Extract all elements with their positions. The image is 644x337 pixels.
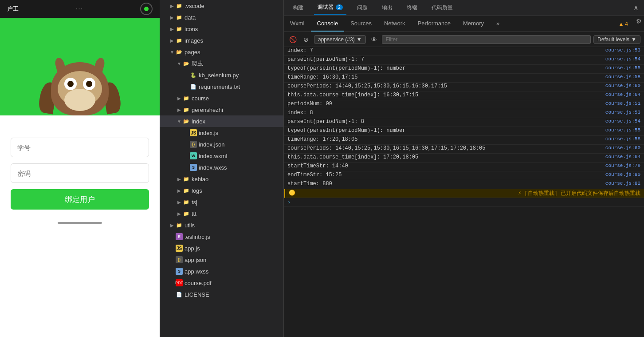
tree-item-ttt[interactable]: ▶ 📁 ttt [160, 208, 283, 219]
tree-item-spider[interactable]: ▼ 📂 爬虫 [160, 58, 283, 69]
console-row-9: parseInt(periodNum)-1: 8 course.js:54 [284, 118, 644, 127]
warning-text: ⚡ [自动热重载] 已开启代码文件保存后自动热重载 [518, 190, 640, 197]
arrow-spider: ▼ [176, 61, 183, 66]
console-row-3: typeof(parseInt(periodNum)-1): number co… [284, 65, 644, 74]
subtab-network[interactable]: Network [378, 16, 412, 32]
console-link-14[interactable]: course.js:79 [605, 163, 640, 168]
tree-item-requirements[interactable]: ▶ 📄 requirements.txt [160, 81, 283, 92]
devtools-panel: 构建 调试器 2 问题 输出 终端 代码质量 ∧ Wxml Console So… [284, 0, 644, 337]
arrow-course: ▶ [176, 96, 183, 101]
owl-pupil-right [86, 81, 92, 87]
subtab-console[interactable]: Console [311, 16, 345, 32]
subtab-more[interactable]: » [490, 16, 506, 32]
bind-user-button[interactable]: 绑定用户 [11, 189, 149, 210]
tree-item-icons[interactable]: ▶ 📁 icons [160, 23, 283, 35]
console-link-1[interactable]: course.js:53 [605, 48, 640, 53]
tree-item-index[interactable]: ▼ 📂 index [160, 115, 283, 127]
tree-item-indexjs[interactable]: ▶ JS index.js [160, 127, 283, 139]
owl-body [51, 62, 109, 115]
tree-item-kebiao[interactable]: ▶ 📁 kebiao [160, 173, 283, 185]
tree-item-indexwxss[interactable]: ▶ S index.wxss [160, 162, 283, 173]
icon-indexjson: {} [190, 141, 197, 148]
console-row-15: endTimeStr: 15:25 course.js:80 [284, 171, 644, 180]
tree-item-course[interactable]: ▶ 📁 course [160, 92, 283, 104]
console-row-input[interactable]: › [284, 198, 644, 207]
clear-console-button[interactable]: 🚫 [287, 34, 298, 45]
console-link-4[interactable]: course.js:58 [605, 74, 640, 79]
tab-output[interactable]: 输出 [378, 1, 396, 14]
subtab-memory[interactable]: Memory [457, 16, 490, 32]
mobile-bottom-bar [0, 218, 160, 231]
arrow-indexjson: ▶ [183, 142, 190, 147]
tree-item-pages[interactable]: ▼ 📂 pages [160, 46, 283, 58]
icon-appwxss: S [176, 268, 183, 275]
subtab-wxml[interactable]: Wxml [284, 16, 311, 32]
label-course: course [192, 95, 209, 102]
owl-eye-right [83, 78, 95, 90]
console-text-12: coursePeriods: 14:40,15:25,15:30,16:15,1… [287, 145, 601, 151]
console-link-15[interactable]: course.js:80 [605, 172, 640, 177]
tree-item-indexwxml[interactable]: ▶ W index.wxml [160, 150, 283, 162]
warn-count: 4 [625, 21, 628, 27]
console-link-10[interactable]: course.js:55 [605, 127, 640, 133]
console-link-11[interactable]: course.js:58 [605, 136, 640, 142]
owl-ear-left [54, 57, 66, 72]
console-link-12[interactable]: course.js:60 [605, 145, 640, 151]
tree-item-images[interactable]: ▶ 📁 images [160, 35, 283, 46]
label-vscode: .vscode [185, 3, 204, 9]
green-header [0, 18, 160, 115]
console-link-16[interactable]: course.js:82 [605, 181, 640, 186]
owl-illustration [44, 44, 115, 115]
tree-item-coursepdf[interactable]: ▶ PDF course.pdf [160, 277, 283, 289]
password-input[interactable] [11, 163, 149, 183]
filter-input[interactable] [382, 35, 591, 44]
mobile-title: 户工 [7, 5, 19, 13]
tree-item-indexjson[interactable]: ▶ {} index.json [160, 139, 283, 150]
username-input[interactable] [11, 138, 149, 157]
tree-item-appjson[interactable]: ▶ {} app.json [160, 254, 283, 266]
subtab-sources[interactable]: Sources [344, 16, 378, 32]
subtab-spacer [506, 16, 618, 32]
label-ttt: ttt [192, 210, 196, 217]
settings-icon[interactable]: ⚙ [633, 16, 644, 27]
console-link-5[interactable]: course.js:60 [605, 83, 640, 88]
warning-icon: 🟡 [289, 190, 295, 196]
tree-item-tsj[interactable]: ▶ 📁 tsj [160, 196, 283, 208]
tree-item-appjs[interactable]: ▶ JS app.js [160, 242, 283, 254]
console-link-13[interactable]: course.js:64 [605, 154, 640, 159]
tab-issues[interactable]: 问题 [353, 1, 371, 14]
tree-item-utils[interactable]: ▶ 📁 utils [160, 219, 283, 231]
tree-item-logs[interactable]: ▶ 📁 logs [160, 185, 283, 196]
subtab-performance[interactable]: Performance [412, 16, 457, 32]
console-link-2[interactable]: course.js:54 [605, 56, 640, 62]
tree-item-license[interactable]: ▶ 📄 LICENSE [160, 289, 283, 300]
tree-item-appwxss[interactable]: ▶ S app.wxss [160, 266, 283, 277]
tab-codequality[interactable]: 代码质量 [428, 1, 456, 14]
tab-construct[interactable]: 构建 [289, 1, 307, 14]
console-link-9[interactable]: course.js:54 [605, 119, 640, 124]
context-selector[interactable]: appservice (#3) ▼ [314, 35, 366, 44]
label-license: LICENSE [185, 291, 209, 298]
label-requirements: requirements.txt [199, 83, 240, 90]
tree-item-vscode[interactable]: ▶ 📁 .vscode [160, 0, 283, 12]
collapse-icon[interactable]: ∧ [633, 4, 639, 12]
more-dots[interactable]: ··· [76, 5, 83, 13]
tree-item-data[interactable]: ▶ 📁 data [160, 12, 283, 23]
levels-selector[interactable]: Default levels ▼ [593, 35, 640, 44]
console-link-6[interactable]: course.js:64 [605, 92, 640, 97]
console-link-3[interactable]: course.js:55 [605, 65, 640, 71]
top-level-await-button[interactable]: ⊘ [301, 34, 311, 45]
folder-icon-gerenshezhi: 📁 [183, 106, 190, 113]
label-indexjson: index.json [199, 141, 225, 148]
console-link-7[interactable]: course.js:51 [605, 101, 640, 106]
eye-icon[interactable]: 👁 [369, 34, 379, 45]
tree-item-gerenshezhi[interactable]: ▶ 📁 gerenshezhi [160, 104, 283, 115]
label-coursepdf: course.pdf [185, 280, 212, 286]
console-link-8[interactable]: course.js:53 [605, 110, 640, 115]
tree-item-kb-selenium[interactable]: ▶ 🐍 kb_selenium.py [160, 69, 283, 81]
tree-item-eslintrc[interactable]: ▶ E .eslintrc.js [160, 231, 283, 242]
record-button[interactable] [140, 3, 153, 15]
tab-terminal[interactable]: 终端 [403, 1, 421, 14]
arrow-license: ▶ [169, 292, 176, 297]
tab-debugger[interactable]: 调试器 2 [314, 1, 346, 15]
